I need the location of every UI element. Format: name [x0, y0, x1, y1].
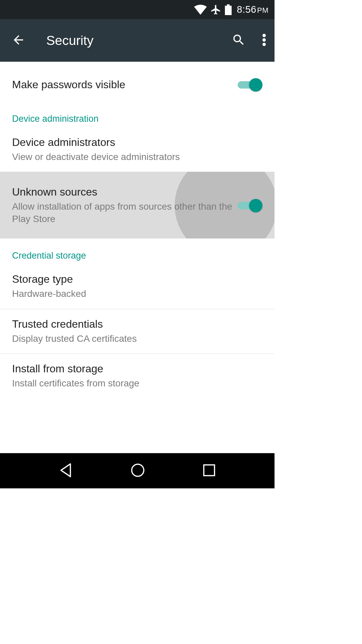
setting-subtitle: Install certificates from storage: [12, 377, 258, 389]
svg-rect-6: [204, 465, 215, 476]
svg-point-4: [262, 43, 266, 46]
airplane-icon: [210, 4, 222, 15]
search-icon[interactable]: [232, 33, 246, 48]
svg-rect-0: [227, 4, 230, 6]
setting-subtitle: Allow installation of apps from sources …: [12, 201, 234, 225]
setting-title: Install from storage: [12, 362, 258, 375]
status-time: 8:56PM: [237, 4, 268, 15]
svg-point-5: [132, 464, 144, 476]
setting-title: Unknown sources: [12, 185, 234, 199]
setting-subtitle: View or deactivate device administrators: [12, 151, 258, 163]
svg-rect-1: [225, 6, 232, 15]
toggle-unknown-sources[interactable]: [238, 198, 262, 212]
svg-point-2: [262, 34, 266, 37]
setting-title: Storage type: [12, 272, 258, 286]
app-bar: Security: [0, 19, 275, 62]
nav-back-icon[interactable]: [59, 463, 73, 479]
setting-subtitle: Hardware-backed: [12, 288, 258, 300]
nav-recent-icon[interactable]: [202, 464, 216, 478]
status-bar: 8:56PM: [0, 0, 275, 19]
setting-install-from-storage[interactable]: Install from storage Install certificate…: [0, 354, 275, 398]
settings-content: Passwords Make passwords visible Device …: [0, 62, 275, 398]
setting-unknown-sources[interactable]: Unknown sources Allow installation of ap…: [0, 172, 275, 238]
battery-icon: [225, 4, 232, 15]
navigation-bar: [0, 453, 275, 488]
nav-home-icon[interactable]: [130, 463, 145, 479]
page-title: Security: [46, 33, 232, 48]
setting-device-administrators[interactable]: Device administrators View or deactivate…: [0, 127, 275, 172]
wifi-icon: [194, 5, 207, 15]
section-header-credential-storage: Credential storage: [0, 238, 275, 264]
setting-title: Trusted credentials: [12, 317, 258, 331]
setting-trusted-credentials[interactable]: Trusted credentials Display trusted CA c…: [0, 309, 275, 354]
setting-title: Make passwords visible: [12, 78, 234, 91]
svg-point-3: [262, 38, 266, 42]
back-icon[interactable]: [11, 33, 25, 48]
setting-title: Device administrators: [12, 136, 258, 149]
setting-make-passwords-visible[interactable]: Make passwords visible: [0, 67, 275, 102]
more-icon[interactable]: [262, 33, 266, 48]
toggle-make-passwords-visible[interactable]: [238, 77, 262, 92]
section-header-device-administration: Device administration: [0, 102, 275, 127]
section-header-passwords: Passwords: [0, 62, 275, 67]
setting-subtitle: Display trusted CA certificates: [12, 333, 258, 345]
setting-storage-type[interactable]: Storage type Hardware-backed: [0, 264, 275, 309]
